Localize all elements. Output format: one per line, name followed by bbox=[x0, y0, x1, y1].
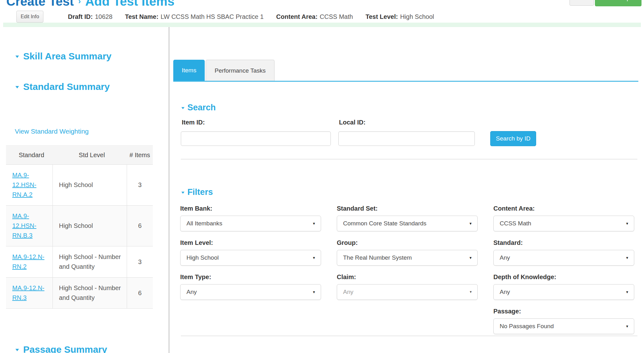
std-level-cell: High School bbox=[53, 206, 127, 246]
search-section-title: Search bbox=[187, 103, 216, 112]
table-row: MA.9-12.N-RN.3 High School - Number and … bbox=[6, 278, 153, 309]
item-type-select[interactable]: Any▼ bbox=[180, 284, 321, 300]
chevron-down-icon: ▼ bbox=[625, 250, 629, 265]
passage-filter: Passage: No Passages Found▼ bbox=[493, 308, 634, 334]
breadcrumb-create-test: Create Test bbox=[6, 0, 74, 8]
group-label: Group: bbox=[337, 239, 478, 246]
group-value: The Real Number System bbox=[343, 254, 412, 261]
table-row: MA.9-12.N-RN.2 High School - Number and … bbox=[6, 246, 153, 278]
standard-link[interactable]: MA.9-12.N-RN.3 bbox=[12, 284, 44, 301]
item-id-label: Item ID: bbox=[182, 119, 205, 126]
num-items-cell: 6 bbox=[127, 278, 153, 309]
item-level-label: Item Level: bbox=[180, 239, 321, 246]
chevron-down-icon: ▼ bbox=[469, 284, 472, 300]
standard-link[interactable]: MA.9-12.HSN-RN.A.2 bbox=[12, 172, 36, 198]
standard-filter-value: Any bbox=[500, 254, 510, 261]
table-row: MA.9-12.HSN-RN.A.2 High School 3 bbox=[6, 165, 153, 206]
test-name-label: Test Name: bbox=[125, 13, 158, 20]
content-area-filter-value: CCSS Math bbox=[500, 220, 531, 227]
item-type-value: Any bbox=[186, 289, 197, 295]
item-level-filter: Item Level: High School▼ bbox=[180, 239, 321, 266]
create-test-page: Create Test›Add Test Items Save Go to St… bbox=[0, 0, 644, 353]
collapse-arrow-icon: ▼ bbox=[180, 106, 185, 110]
table-row: MA.9-12.HSN-RN.B.3 High School 6 bbox=[6, 206, 153, 246]
breadcrumb-separator-icon: › bbox=[78, 0, 81, 5]
item-bank-value: All Itembanks bbox=[186, 220, 222, 227]
save-button[interactable]: Save bbox=[569, 0, 594, 6]
breadcrumb: Create Test›Add Test Items bbox=[6, 0, 175, 8]
passage-summary-heading[interactable]: ▼Passage Summary bbox=[15, 344, 107, 353]
item-bank-label: Item Bank: bbox=[180, 205, 321, 212]
item-search-pane: Items Performance Tasks ▼Search Item ID:… bbox=[169, 27, 644, 353]
depth-of-knowledge-select[interactable]: Any▼ bbox=[493, 284, 634, 300]
search-section-heading[interactable]: ▼Search bbox=[181, 103, 216, 113]
skill-area-summary-heading[interactable]: ▼Skill Area Summary bbox=[15, 51, 112, 62]
depth-of-knowledge-label: Depth of Knowledge: bbox=[493, 273, 634, 281]
test-level-label: Test Level: bbox=[365, 13, 398, 20]
std-level-cell: High School - Number and Quantity bbox=[53, 278, 127, 309]
std-level-cell: High School bbox=[53, 165, 127, 206]
passage-summary-title: Passage Summary bbox=[23, 344, 107, 353]
chevron-down-icon: ▼ bbox=[312, 284, 316, 300]
tab-performance-tasks[interactable]: Performance Tasks bbox=[206, 60, 274, 81]
claim-select[interactable]: Any▼ bbox=[337, 284, 478, 300]
skill-area-summary-title: Skill Area Summary bbox=[23, 51, 112, 61]
standard-set-select[interactable]: Common Core State Standards▼ bbox=[337, 216, 478, 231]
view-standard-weighting-link[interactable]: View Standard Weighting bbox=[15, 128, 89, 135]
test-level-value: High School bbox=[400, 13, 434, 20]
passage-value: No Passages Found bbox=[500, 323, 554, 329]
test-name-value: LW CCSS Math HS SBAC Practice 1 bbox=[161, 13, 264, 20]
chevron-down-icon: ▼ bbox=[625, 319, 629, 334]
filter-grid: Item Bank: All Itembanks▼ Standard Set: … bbox=[180, 205, 637, 334]
filters-section-heading[interactable]: ▼Filters bbox=[181, 187, 213, 197]
item-level-select[interactable]: High School▼ bbox=[180, 250, 321, 266]
standard-select[interactable]: Any▼ bbox=[493, 250, 634, 266]
standard-link[interactable]: MA.9-12.HSN-RN.B.3 bbox=[12, 212, 36, 239]
item-bank-select[interactable]: All Itembanks▼ bbox=[180, 216, 321, 231]
local-id-input[interactable] bbox=[338, 131, 475, 146]
test-level-field: Test Level:High School bbox=[365, 13, 434, 20]
go-to-step-2-button[interactable]: Go to Step 2 bbox=[595, 0, 641, 6]
draft-id-label: Draft ID: bbox=[68, 13, 93, 20]
standard-summary-title: Standard Summary bbox=[23, 81, 110, 92]
edit-info-button[interactable]: Edit Info bbox=[16, 11, 43, 23]
std-level-cell: High School - Number and Quantity bbox=[53, 246, 127, 278]
test-info-bar: Edit Info Draft ID:10628 Test Name:LW CC… bbox=[16, 11, 434, 23]
search-by-id-button[interactable]: Search by ID bbox=[490, 131, 536, 146]
group-filter: Group: The Real Number System▼ bbox=[337, 239, 478, 266]
tab-items[interactable]: Items bbox=[173, 60, 205, 81]
standard-column-header: Standard bbox=[6, 146, 53, 165]
std-level-column-header: Std Level bbox=[53, 146, 127, 165]
standard-filter-label: Standard: bbox=[493, 239, 634, 246]
local-id-label: Local ID: bbox=[339, 119, 365, 126]
claim-filter: Claim: Any▼ bbox=[337, 273, 478, 300]
item-bank-filter: Item Bank: All Itembanks▼ bbox=[180, 205, 321, 231]
standard-summary-heading[interactable]: ▼Standard Summary bbox=[15, 81, 110, 92]
chevron-down-icon: ▼ bbox=[625, 284, 629, 300]
item-id-input[interactable] bbox=[181, 131, 331, 146]
section-divider bbox=[181, 335, 637, 336]
status-strip bbox=[3, 23, 641, 27]
passage-label: Passage: bbox=[493, 308, 634, 315]
test-info-fields: Draft ID:10628 Test Name:LW CCSS Math HS… bbox=[68, 13, 434, 20]
collapse-arrow-icon: ▼ bbox=[14, 54, 20, 58]
content-area-select[interactable]: CCSS Math▼ bbox=[493, 216, 634, 231]
collapse-arrow-icon: ▼ bbox=[14, 347, 20, 352]
header-actions: Save Go to Step 2 bbox=[569, 0, 641, 6]
passage-select[interactable]: No Passages Found▼ bbox=[493, 318, 634, 334]
group-select[interactable]: The Real Number System▼ bbox=[337, 250, 478, 266]
summary-sidebar: ▼Skill Area Summary ▼Standard Summary Vi… bbox=[0, 27, 169, 353]
chevron-down-icon: ▼ bbox=[312, 250, 316, 265]
standard-link[interactable]: MA.9-12.N-RN.2 bbox=[12, 253, 44, 270]
content-area-filter: Content Area: CCSS Math▼ bbox=[493, 205, 634, 231]
standard-filter: Standard: Any▼ bbox=[493, 239, 634, 266]
standard-set-label: Standard Set: bbox=[337, 205, 478, 212]
chevron-down-icon: ▼ bbox=[312, 216, 316, 231]
chevron-down-icon: ▼ bbox=[625, 216, 629, 231]
claim-value: Any bbox=[343, 289, 353, 295]
num-items-cell: 3 bbox=[127, 246, 153, 278]
item-level-value: High School bbox=[186, 254, 219, 261]
num-items-column-header: # Items bbox=[127, 146, 153, 165]
tab-underline bbox=[173, 81, 638, 82]
content-area-filter-label: Content Area: bbox=[493, 205, 634, 212]
